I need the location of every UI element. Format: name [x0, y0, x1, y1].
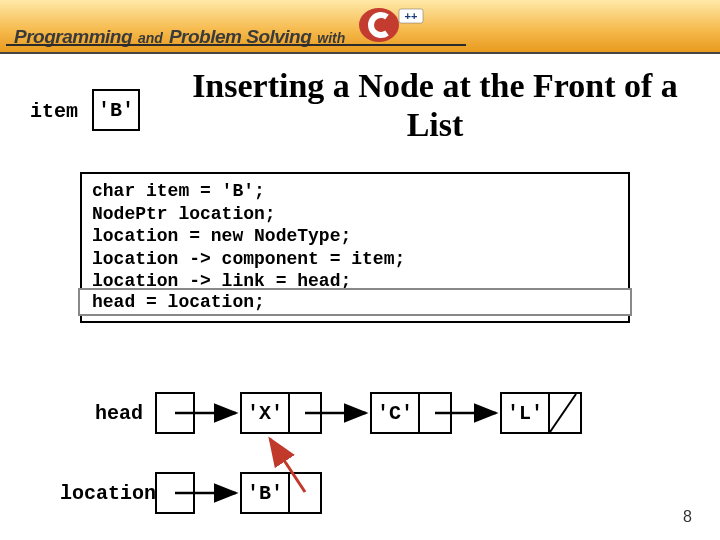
- code-line-2: NodePtr location;: [92, 203, 618, 226]
- item-value-box: 'B': [92, 89, 140, 131]
- item-label: item: [30, 100, 78, 123]
- code-line-4: location -> component = item;: [92, 248, 618, 271]
- code-line-6: head = location;: [78, 288, 632, 316]
- linked-list-diagram: head location 'X' 'C' 'L' 'B': [70, 384, 670, 540]
- slide-header: Programming and Problem Solving with ++: [0, 0, 720, 54]
- cpp-logo-icon: ++: [357, 5, 427, 43]
- svg-text:++: ++: [405, 10, 418, 22]
- svg-line-10: [270, 439, 305, 492]
- header-underline: [6, 44, 466, 46]
- code-line-1: char item = 'B';: [92, 180, 618, 203]
- page-number: 8: [683, 508, 692, 526]
- diagram-arrows: [70, 384, 670, 540]
- item-value: 'B': [98, 99, 134, 122]
- header-title: Programming and Problem Solving with ++: [14, 5, 427, 48]
- slide-title: Inserting a Node at the Front of a List: [175, 66, 695, 144]
- code-line-3: location = new NodeType;: [92, 225, 618, 248]
- slide-content: Inserting a Node at the Front of a List …: [0, 54, 720, 540]
